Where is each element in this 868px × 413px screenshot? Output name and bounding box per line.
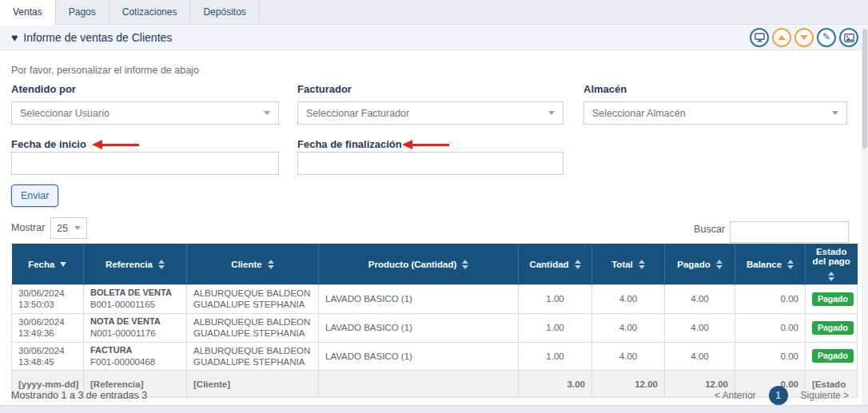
buscar-label: Buscar <box>675 224 725 235</box>
buscar-input[interactable] <box>730 221 849 243</box>
cell-cliente: ALBURQUEQUE BALDEON GUADALUPE STEPHANIA <box>193 317 310 338</box>
cell-fecha-date: 30/06/2024 <box>18 288 65 298</box>
sales-table: Fecha Referencia Cliente Producto (Canti… <box>11 244 858 398</box>
display-button[interactable] <box>750 28 769 47</box>
atendido-por-select[interactable]: Seleccionar Usuario <box>11 101 279 125</box>
almacen-label: Almacén <box>583 83 627 95</box>
almacen-select[interactable]: Seleccionar Almacén <box>583 101 847 125</box>
image-icon <box>844 34 854 42</box>
sort-icon <box>575 260 581 269</box>
cell-producto: LAVADO BASICO (1) <box>325 294 412 304</box>
tab-depositos-label: Depósitos <box>203 6 245 18</box>
current-page-button[interactable]: 1 <box>769 386 788 405</box>
column-header-cantidad[interactable]: Cantidad <box>519 244 592 285</box>
cell-cantidad: 1.00 <box>546 351 563 361</box>
column-header-producto[interactable]: Producto (Cantidad) <box>319 244 519 285</box>
cell-ref-num: F001-00000468 <box>90 357 155 367</box>
tab-cotizaciones[interactable]: Cotizaciones <box>109 0 191 25</box>
atendido-por-label: Atendido por <box>11 83 76 95</box>
atendido-por-select-value: Seleccionar Usuario <box>20 108 264 119</box>
chevron-down-icon <box>832 111 838 115</box>
enviar-button[interactable]: Enviar <box>11 185 58 207</box>
facturador-select[interactable]: Seleccionar Facturador <box>297 101 563 125</box>
page-bottom-strip <box>0 406 868 413</box>
sort-icon <box>462 260 468 269</box>
cell-ref-type: BOLETA DE VENTA <box>90 288 180 299</box>
status-badge: Pagado <box>812 292 854 306</box>
sort-icon <box>639 260 645 269</box>
sort-icon <box>716 260 723 269</box>
collapse-up-button[interactable] <box>772 28 791 47</box>
annotation-arrow-left-icon <box>402 140 450 149</box>
table-row[interactable]: 30/06/202413:49:36 NOTA DE VENTAN001-000… <box>12 313 858 342</box>
almacen-select-value: Seleccionar Almacén <box>592 108 832 119</box>
column-header-estado[interactable]: Estado del pago <box>806 244 858 285</box>
tab-ventas[interactable]: Ventas <box>0 0 56 25</box>
cell-balance: 0.00 <box>781 323 798 332</box>
cell-pagado: 4.00 <box>691 323 708 332</box>
column-header-fecha[interactable]: Fecha <box>12 244 84 285</box>
column-header-referencia[interactable]: Referencia <box>84 244 187 285</box>
table-row[interactable]: 30/06/202413:48:45 FACTURAF001-00000468 … <box>12 342 858 371</box>
tab-ventas-label: Ventas <box>13 6 42 18</box>
previous-page-button[interactable]: < Anterior <box>715 390 756 401</box>
chevron-down-icon <box>74 226 81 230</box>
mostrar-label: Mostrar <box>11 222 45 233</box>
column-header-total[interactable]: Total <box>592 244 665 285</box>
tab-depositos[interactable]: Depósitos <box>190 0 259 25</box>
cell-ref-num: N001-00001176 <box>90 328 156 338</box>
cell-fecha-time: 13:48:45 <box>18 357 54 367</box>
fecha-finalizacion-label: Fecha de finalización <box>297 138 402 150</box>
column-header-balance[interactable]: Balance <box>735 244 806 285</box>
status-badge: Pagado <box>812 321 854 335</box>
tab-pagos-label: Pagos <box>69 6 96 18</box>
column-header-pagado[interactable]: Pagado <box>665 244 735 285</box>
footer-cliente: [Cliente] <box>193 379 230 389</box>
cell-cliente: ALBURQUEQUE BALDEON GUADALUPE STEPHANIA <box>193 288 310 309</box>
fecha-finalizacion-input[interactable] <box>297 152 563 175</box>
vertical-scrollbar[interactable] <box>862 26 868 405</box>
page-size-value: 25 <box>57 223 68 234</box>
column-header-cliente[interactable]: Cliente <box>187 244 319 285</box>
tab-bar: Ventas Pagos Cotizaciones Depósitos <box>0 0 868 25</box>
fecha-inicio-label: Fecha de inicio <box>11 138 86 150</box>
table-header-row: Fecha Referencia Cliente Producto (Canti… <box>12 244 858 285</box>
title-bar: ♥ Informe de ventas de Clientes ✎ <box>0 26 868 50</box>
cell-ref-type: NOTA DE VENTA <box>90 316 180 328</box>
cell-total: 4.00 <box>619 351 637 361</box>
cell-producto: LAVADO BASICO (1) <box>325 323 412 332</box>
footer-cantidad-total: 3.00 <box>567 379 585 389</box>
collapse-down-button[interactable] <box>794 28 814 47</box>
cell-fecha-time: 13:49:36 <box>18 328 54 338</box>
cell-fecha-date: 30/06/2024 <box>18 317 65 327</box>
caret-down-icon <box>800 35 808 40</box>
status-badge: Pagado <box>812 349 854 363</box>
pencil-icon: ✎ <box>822 32 830 42</box>
tab-cotizaciones-label: Cotizaciones <box>122 6 177 18</box>
cell-fecha-date: 30/06/2024 <box>18 346 65 355</box>
cell-ref-type: FACTURA <box>90 345 180 356</box>
cell-balance: 0.00 <box>781 294 798 304</box>
next-page-button[interactable]: Siguiente > <box>801 390 849 401</box>
page-title: Informe de ventas de Clientes <box>23 31 172 44</box>
footer-total: 12.00 <box>635 379 658 389</box>
facturador-select-value: Seleccionar Facturador <box>306 108 548 119</box>
cell-ref-num: B001-00001165 <box>90 300 155 309</box>
cell-total: 4.00 <box>619 323 637 332</box>
caret-up-icon <box>778 35 786 40</box>
image-button[interactable] <box>839 28 858 47</box>
cell-cantidad: 1.00 <box>546 323 563 332</box>
cell-balance: 0.00 <box>781 351 798 361</box>
fecha-inicio-input[interactable] <box>11 152 279 175</box>
annotation-arrow-left-icon <box>92 140 140 149</box>
scrollbar-thumb[interactable] <box>862 29 867 149</box>
header-action-buttons: ✎ <box>750 28 858 47</box>
table-row[interactable]: 30/06/202413:50:03 BOLETA DE VENTAB001-0… <box>12 285 858 314</box>
sort-icon <box>158 260 165 269</box>
pagination: < Anterior 1 Siguiente > <box>715 386 849 405</box>
table-info: Mostrando 1 a 3 de entradas 3 <box>11 390 147 401</box>
cell-producto: LAVADO BASICO (1) <box>325 351 412 361</box>
edit-button[interactable]: ✎ <box>817 28 836 47</box>
tab-pagos[interactable]: Pagos <box>56 0 109 25</box>
page-size-select[interactable]: 25 <box>50 217 87 239</box>
